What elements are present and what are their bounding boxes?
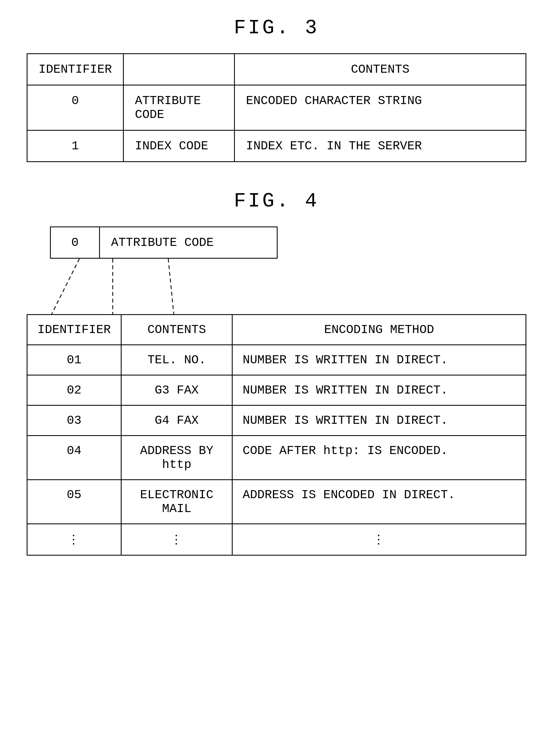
fig4-dots-encoding: ⋮ xyxy=(232,524,526,555)
fig4-dots-contents: ⋮ xyxy=(121,524,232,555)
fig4-row1-id: 01 xyxy=(27,345,121,375)
fig4-col-contents: CONTENTS xyxy=(121,315,232,345)
fig3-col-empty xyxy=(124,54,235,85)
svg-line-0 xyxy=(52,259,79,314)
fig3-row2-id: 1 xyxy=(27,131,124,162)
fig4-title: FIG. 4 xyxy=(22,190,531,213)
fig4-row5-id: 05 xyxy=(27,480,121,524)
fig3-row1-col2: ATTRIBUTE CODE xyxy=(124,85,235,131)
fig4-row3-id: 03 xyxy=(27,406,121,436)
table-row-dots: ⋮ ⋮ ⋮ xyxy=(27,524,526,555)
fig4-section: FIG. 4 0 ATTRIBUTE CODE IDENTIFIER CONTE… xyxy=(22,190,531,556)
table-row: 03 G4 FAX NUMBER IS WRITTEN IN DIRECT. xyxy=(27,406,526,436)
fig3-row1-contents: ENCODED CHARACTER STRING xyxy=(235,85,526,131)
table-row: 01 TEL. NO. NUMBER IS WRITTEN IN DIRECT. xyxy=(27,345,526,375)
fig4-row2-encoding: NUMBER IS WRITTEN IN DIRECT. xyxy=(232,375,526,406)
fig3-section: FIG. 3 IDENTIFIER CONTENTS 0 ATTRIBUTE C… xyxy=(22,17,531,162)
fig4-row4-contents: ADDRESS BY http xyxy=(121,436,232,480)
fig3-row1-id: 0 xyxy=(27,85,124,131)
connector-area xyxy=(27,259,526,314)
fig4-top-identifier: 0 xyxy=(50,227,100,259)
fig3-col-contents: CONTENTS xyxy=(235,54,526,85)
fig4-row3-encoding: NUMBER IS WRITTEN IN DIRECT. xyxy=(232,406,526,436)
fig4-col-identifier: IDENTIFIER xyxy=(27,315,121,345)
table-row: 02 G3 FAX NUMBER IS WRITTEN IN DIRECT. xyxy=(27,375,526,406)
fig3-row2-col2: INDEX CODE xyxy=(124,131,235,162)
fig4-row5-encoding: ADDRESS IS ENCODED IN DIRECT. xyxy=(232,480,526,524)
connector-svg xyxy=(27,259,526,314)
fig4-row3-contents: G4 FAX xyxy=(121,406,232,436)
fig4-row2-id: 02 xyxy=(27,375,121,406)
fig4-top-boxes: 0 ATTRIBUTE CODE xyxy=(50,227,278,259)
fig4-row4-id: 04 xyxy=(27,436,121,480)
fig4-table: IDENTIFIER CONTENTS ENCODING METHOD 01 T… xyxy=(27,314,526,556)
fig4-top-label: ATTRIBUTE CODE xyxy=(100,227,278,259)
fig3-row2-contents: INDEX ETC. IN THE SERVER xyxy=(235,131,526,162)
fig4-row4-encoding: CODE AFTER http: IS ENCODED. xyxy=(232,436,526,480)
svg-line-2 xyxy=(168,259,174,314)
fig4-header-row: IDENTIFIER CONTENTS ENCODING METHOD xyxy=(27,315,526,345)
fig4-row1-contents: TEL. NO. xyxy=(121,345,232,375)
table-row: 04 ADDRESS BY http CODE AFTER http: IS E… xyxy=(27,436,526,480)
table-row: 05 ELECTRONIC MAIL ADDRESS IS ENCODED IN… xyxy=(27,480,526,524)
fig3-title: FIG. 3 xyxy=(22,17,531,39)
fig4-row2-contents: G3 FAX xyxy=(121,375,232,406)
fig3-header-row: IDENTIFIER CONTENTS xyxy=(27,54,526,85)
fig3-table: IDENTIFIER CONTENTS 0 ATTRIBUTE CODE ENC… xyxy=(27,53,526,162)
fig4-col-encoding: ENCODING METHOD xyxy=(232,315,526,345)
fig3-col-identifier: IDENTIFIER xyxy=(27,54,124,85)
fig4-dots-id: ⋮ xyxy=(27,524,121,555)
fig4-row1-encoding: NUMBER IS WRITTEN IN DIRECT. xyxy=(232,345,526,375)
table-row: 1 INDEX CODE INDEX ETC. IN THE SERVER xyxy=(27,131,526,162)
table-row: 0 ATTRIBUTE CODE ENCODED CHARACTER STRIN… xyxy=(27,85,526,131)
fig4-row5-contents: ELECTRONIC MAIL xyxy=(121,480,232,524)
